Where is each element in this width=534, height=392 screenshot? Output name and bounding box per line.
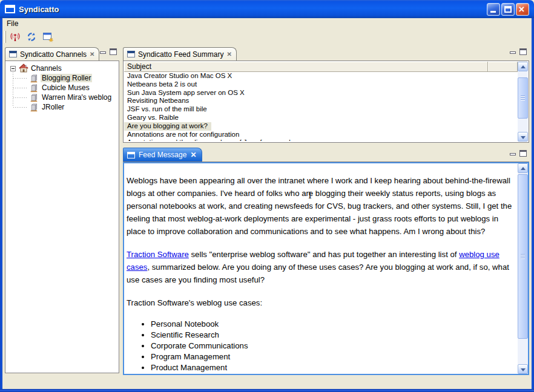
scroll-thumb[interactable]: [518, 174, 528, 339]
tree-item-blogging-roller[interactable]: Blogging Roller: [5, 73, 119, 83]
scroll-down-button[interactable]: [518, 364, 528, 374]
tree-item-jroller[interactable]: JRoller: [5, 102, 119, 112]
tree-item-cubicle-muses[interactable]: Cubicle Muses: [5, 83, 119, 93]
message-paragraph: Weblogs have been appearing all over the…: [127, 174, 515, 238]
channels-tab-close-icon[interactable]: ✕: [90, 51, 94, 57]
channels-tree: Channels Blogging RollerCubicle MusesWar…: [5, 61, 119, 112]
view-minimize-icon[interactable]: [100, 51, 106, 54]
use-case-item: Program Management: [151, 351, 515, 362]
feed-broadcast-icon: [10, 31, 21, 42]
feed-message-view: Feed Message ✕ Weblogs have been appeari…: [123, 148, 529, 375]
feed-summary-header: Syndicatto Feed Summary ✕: [123, 46, 529, 60]
feed-item-row[interactable]: JSF vs. run of the mill bile: [124, 105, 518, 114]
feed-summary-tab-label: Syndicatto Feed Summary: [138, 50, 223, 59]
channel-label[interactable]: Cubicle Muses: [41, 83, 91, 92]
feed-item-row[interactable]: Geary vs. Raible: [124, 114, 518, 122]
feed-item-list: Java Creator Studio on Mac OS XNetbeans …: [124, 72, 518, 142]
view-window-icon: [127, 51, 135, 57]
use-cases-intro: Traction Software's weblog use cases:: [127, 296, 515, 309]
close-icon: ✕: [518, 5, 525, 15]
arrow-down-icon: [521, 368, 526, 371]
use-case-item: Product Management: [151, 362, 515, 373]
toolbar: [2, 29, 532, 44]
feed-item-row[interactable]: Netbeans beta 2 is out: [124, 80, 518, 89]
channel-label[interactable]: Warren Mira's weblog: [41, 93, 113, 102]
message-text-area[interactable]: Weblogs have been appearing all over the…: [124, 163, 516, 374]
view-maximize-icon[interactable]: [110, 48, 117, 55]
feed-message-tab-close-icon[interactable]: ✕: [190, 151, 196, 159]
feed-summary-tab-close-icon[interactable]: ✕: [226, 51, 231, 57]
feed-item-row[interactable]: Revisiting Netbeans: [124, 97, 518, 105]
feed-message-tab-label: Feed Message: [139, 151, 186, 159]
maximize-button[interactable]: [501, 3, 515, 16]
view-minimize-icon[interactable]: [510, 51, 516, 54]
channel-label[interactable]: JRoller: [41, 103, 65, 111]
close-button[interactable]: ✕: [516, 3, 529, 16]
channel-label[interactable]: Blogging Roller: [41, 74, 92, 82]
text-segment: sells "enterprise weblog software" and h…: [189, 250, 459, 259]
scroll-down-button[interactable]: [518, 132, 528, 142]
minimize-button[interactable]: [487, 3, 500, 16]
window-title: Syndicatto: [19, 5, 59, 14]
use-case-list: Personal NotebookScientific ResearchCorp…: [127, 319, 515, 374]
feed-item-row[interactable]: Are you blogging at work?: [124, 122, 211, 131]
tree-collapse-toggle[interactable]: [10, 66, 16, 71]
channels-view: Syndicatto Channels ✕: [5, 46, 119, 373]
table-header-row: Subject: [124, 62, 518, 72]
channel-cube-icon: [30, 103, 38, 114]
scroll-thumb[interactable]: [518, 77, 528, 119]
extra-column-header[interactable]: [488, 62, 518, 72]
arrow-down-icon: [521, 136, 526, 139]
tree-root-label[interactable]: Channels: [31, 64, 62, 73]
toolbar-drag-handle[interactable]: [4, 31, 6, 43]
view-maximize-icon[interactable]: [519, 150, 527, 157]
feed-message-content: Weblogs have been appearing all over the…: [123, 162, 529, 375]
arrow-up-icon: [521, 167, 526, 170]
subject-column-header[interactable]: Subject: [124, 62, 488, 72]
feed-item-row[interactable]: Annotations are not for configuration: [124, 131, 518, 139]
message-paragraph-links: Traction Software sells "enterprise webl…: [127, 248, 515, 286]
app-window-icon: [5, 5, 15, 13]
feed-item-row[interactable]: Sun Java System app server on OS X: [124, 89, 518, 97]
summary-scrollbar[interactable]: [518, 62, 528, 142]
menu-bar: File: [2, 18, 532, 29]
channels-tab-label: Syndicatto Channels: [20, 50, 87, 59]
tree-item-warren-mira-s-weblog[interactable]: Warren Mira's weblog: [5, 93, 119, 102]
refresh-button[interactable]: [24, 30, 39, 44]
channels-view-tab[interactable]: Syndicatto Channels ✕: [5, 47, 99, 60]
tree-connector-line: [13, 88, 28, 88]
tree-connector-line: [13, 107, 28, 108]
tree-connector-line: [13, 97, 28, 98]
text-cursor-ibeam: I: [308, 189, 312, 202]
maximize-icon: [504, 6, 512, 13]
window-border-right: [532, 18, 534, 392]
view-maximize-icon[interactable]: [519, 48, 527, 55]
status-bar: [2, 376, 532, 389]
channels-tree-area: Channels Blogging RollerCubicle MusesWar…: [5, 60, 119, 373]
use-case-item: Scientific Research: [151, 330, 515, 341]
feed-summary-view: Syndicatto Feed Summary ✕ Subject Java C…: [123, 46, 529, 143]
hyperlink[interactable]: Traction Software: [127, 250, 189, 259]
view-minimize-icon[interactable]: [510, 153, 516, 155]
menu-file[interactable]: File: [2, 19, 22, 28]
feed-message-header: Feed Message ✕: [123, 148, 529, 162]
new-window-icon: [42, 31, 53, 42]
feed-item-row-clipped[interactable]: Annotations and the slippery slope of Ja…: [124, 139, 518, 141]
window-border-bottom: [0, 389, 534, 392]
use-case-item: Personal Notebook: [151, 319, 515, 330]
scroll-up-button[interactable]: [518, 62, 528, 71]
title-bar[interactable]: Syndicatto ✕: [0, 0, 534, 18]
view-window-icon: [127, 152, 135, 158]
window-border-left: [0, 18, 2, 392]
message-scrollbar[interactable]: [518, 163, 528, 374]
feed-item-row[interactable]: Java Creator Studio on Mac OS X: [124, 72, 518, 80]
scroll-up-button[interactable]: [518, 163, 528, 173]
use-case-item: Operations Log: [151, 373, 515, 374]
refresh-icon: [26, 31, 37, 42]
feed-broadcast-button[interactable]: [8, 30, 22, 44]
application-window: Syndicatto ✕ File: [0, 0, 534, 392]
tree-root-row[interactable]: Channels: [5, 64, 119, 73]
new-window-button[interactable]: [41, 30, 55, 44]
feed-summary-tab[interactable]: Syndicatto Feed Summary ✕: [123, 47, 237, 60]
feed-message-tab[interactable]: Feed Message ✕: [123, 148, 202, 162]
